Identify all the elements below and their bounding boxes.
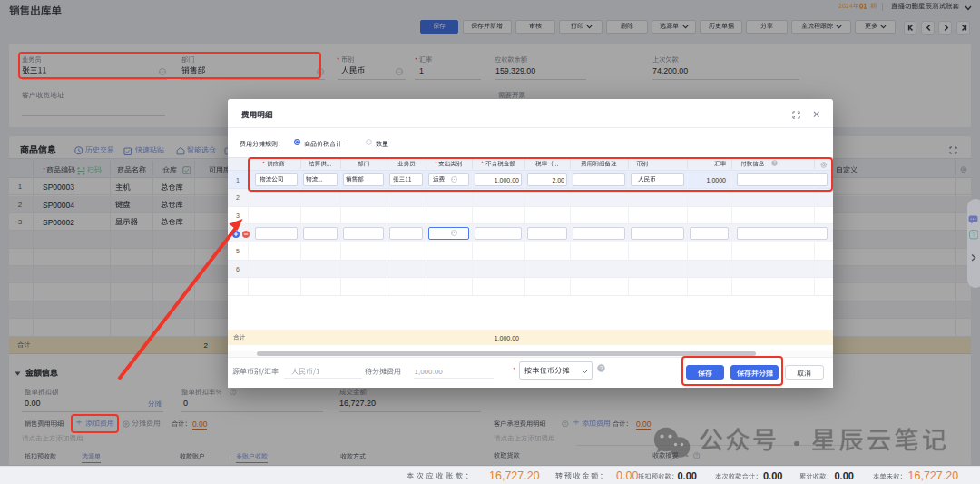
svg-text:?: ?: [599, 364, 603, 370]
svg-text:?: ?: [972, 232, 975, 238]
